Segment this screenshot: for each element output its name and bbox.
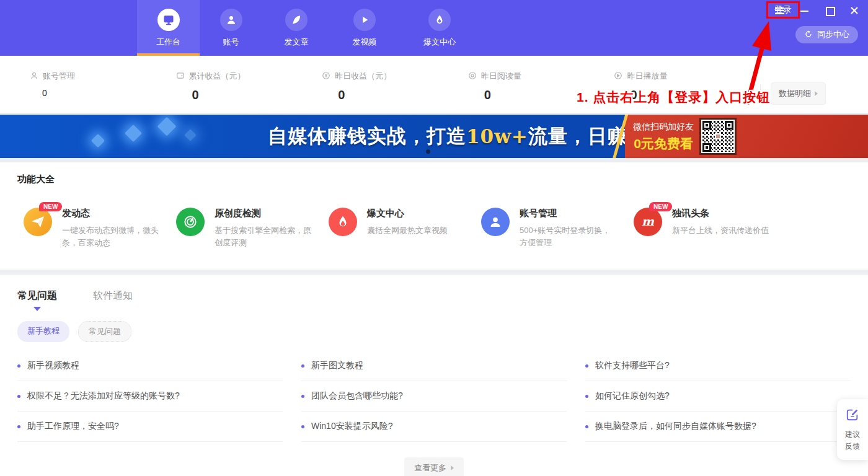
nav-tab-label: 发视频 [353, 37, 377, 48]
video-icon [353, 9, 376, 31]
stat-total-income: 累计收益（元） 0 [176, 71, 322, 113]
bullet-icon [301, 364, 304, 368]
nav-tab-publish-article[interactable]: 发文章 [262, 0, 330, 56]
stat-value: 0 [42, 88, 176, 98]
feature-duxun-headlines[interactable]: m NEW 独讯头条 新平台上线，资讯传递价值 [634, 208, 786, 249]
flame-icon [428, 9, 451, 31]
faq-item[interactable]: Win10安装提示风险? [301, 412, 567, 442]
nav-tab-label: 爆文中心 [423, 37, 456, 48]
nav-tab-hot-center[interactable]: 爆文中心 [399, 0, 480, 56]
play-circle-icon [614, 71, 622, 82]
nav-tab-label: 工作台 [156, 37, 180, 48]
promo-line2: 0元免费看 [627, 135, 699, 152]
faq-item[interactable]: 换电脑登录后，如何同步自媒体账号数据? [585, 412, 851, 442]
window-controls [775, 4, 859, 17]
chevron-right-icon [815, 91, 818, 96]
features-title: 功能大全 [17, 174, 851, 185]
main-nav: 工作台 账号 发文章 发视频 爆文中心 [137, 0, 480, 56]
gauge-icon [176, 208, 205, 236]
maximize-icon[interactable] [825, 6, 835, 15]
feature-originality-check[interactable]: 原创度检测 基于搜索引擎全网检索，原创度评测 [176, 208, 329, 249]
annotation-step-text: 1. 点击右上角【登录】入口按钮 [577, 89, 770, 106]
chevron-right-icon [451, 465, 454, 470]
new-badge: NEW [39, 202, 62, 211]
app-header: 工作台 账号 发文章 发视频 爆文中心 登录 [0, 0, 868, 56]
filter-common-questions[interactable]: 常见问题 [78, 321, 131, 342]
monitor-icon [157, 9, 180, 31]
qr-code [699, 118, 737, 155]
feature-account-management[interactable]: 账号管理 500+账号实时登录切换，方便管理 [481, 208, 634, 249]
read-circle-icon [468, 71, 477, 82]
promo-line1: 微信扫码加好友 [627, 121, 699, 133]
faq-section: 常见问题 软件通知 新手教程 常见问题 新手视频教程 权限不足？无法添加对应等级… [0, 275, 868, 476]
close-icon[interactable] [849, 6, 859, 15]
edit-icon [846, 413, 859, 423]
nav-tab-publish-video[interactable]: 发视频 [330, 0, 399, 56]
active-tab-caret-icon [33, 307, 41, 311]
feedback-label-1: 建议 [837, 429, 868, 441]
data-detail-button[interactable]: 数据明细 [771, 82, 826, 105]
feedback-label-2: 反馈 [837, 441, 868, 452]
banner-decor [157, 117, 176, 136]
news-m-icon: m NEW [634, 208, 662, 236]
banner-promo: 微信扫码加好友 0元免费看 [627, 121, 699, 152]
banner-decor [91, 134, 105, 148]
nav-tab-label: 账号 [223, 37, 239, 48]
user-outline-icon [30, 71, 38, 82]
paper-plane-icon: NEW [24, 208, 52, 236]
bullet-icon [585, 425, 588, 428]
flame-icon [329, 208, 357, 236]
stat-yesterday-income: 昨日收益（元） 0 [322, 71, 468, 113]
faq-item[interactable]: 新手图文教程 [301, 351, 567, 381]
feather-icon [285, 9, 308, 31]
filter-beginner-tutorial[interactable]: 新手教程 [17, 321, 69, 342]
yen-circle-icon [322, 71, 330, 82]
feedback-button[interactable]: 建议 反馈 [837, 399, 868, 460]
view-more-button[interactable]: 查看更多 [404, 457, 464, 476]
sync-center-label: 同步中心 [817, 29, 849, 40]
faq-item[interactable]: 新手视频教程 [17, 351, 283, 381]
nav-tab-label: 发文章 [285, 37, 309, 48]
promo-banner[interactable]: 自媒体赚钱实战，打造10w+流量，日赚500+高收益玩法 微信扫码加好友 0元免… [0, 115, 868, 158]
user-icon [220, 9, 242, 31]
feature-hot-center[interactable]: 爆文中心 囊括全网最热文章视频 [329, 208, 481, 249]
faq-item[interactable]: 权限不足？无法添加对应等级的账号数? [17, 381, 283, 412]
menu-icon[interactable] [775, 6, 785, 15]
faq-tab-common-questions[interactable]: 常见问题 [17, 289, 57, 311]
faq-item[interactable]: 如何记住原创勾选? [585, 381, 851, 412]
faq-item[interactable]: 软件支持哪些平台? [585, 351, 851, 381]
svg-text:m: m [642, 214, 655, 228]
bullet-icon [585, 364, 588, 368]
minimize-icon[interactable] [800, 6, 810, 15]
nav-tab-accounts[interactable]: 账号 [200, 0, 262, 56]
bullet-icon [585, 395, 588, 398]
refresh-icon [804, 30, 813, 40]
wallet-icon [176, 71, 185, 82]
bullet-icon [301, 395, 304, 398]
faq-tab-software-notices[interactable]: 软件通知 [93, 289, 133, 311]
user-icon [481, 208, 510, 236]
stat-value: 0 [338, 88, 468, 102]
feature-post-moments[interactable]: NEW 发动态 一键发布动态到微博，微头条，百家动态 [24, 208, 176, 249]
banner-decor [184, 129, 197, 141]
bullet-icon [17, 425, 20, 428]
faq-item[interactable]: 助手工作原理，安全吗? [17, 412, 283, 442]
bullet-icon [17, 395, 20, 398]
sync-center-button[interactable]: 同步中心 [795, 26, 858, 43]
stat-value: 0 [192, 88, 322, 102]
features-section: 功能大全 NEW 发动态 一键发布动态到微博，微头条，百家动态 原创度检测 基于… [0, 162, 868, 270]
new-badge: NEW [649, 202, 672, 211]
bullet-icon [17, 364, 20, 368]
nav-tab-workbench[interactable]: 工作台 [137, 0, 200, 56]
faq-item[interactable]: 团队会员包含哪些功能? [301, 381, 567, 412]
stat-account-management: 账号管理 0 [30, 71, 176, 113]
bullet-icon [301, 425, 304, 428]
carousel-dot[interactable] [426, 149, 430, 154]
banner-decor [125, 125, 142, 142]
